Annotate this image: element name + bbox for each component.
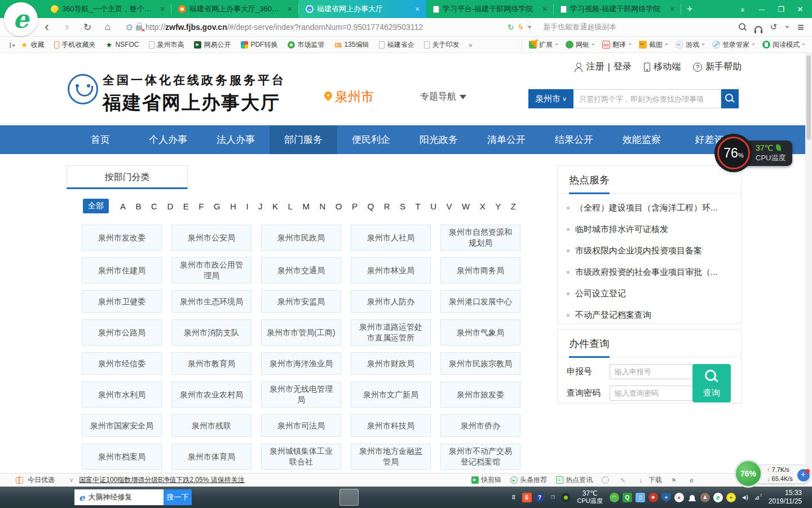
department-button[interactable]: 泉州市市政公用管理局 <box>171 257 251 283</box>
department-button[interactable]: 泉州港口发展中心 <box>440 290 520 313</box>
maximize-icon[interactable] <box>773 2 789 16</box>
browser-tab[interactable]: 福建省网上办事大厅 <box>299 0 426 18</box>
search-city-dropdown[interactable]: 泉州市 <box>528 89 573 108</box>
daily-picks-label[interactable]: 今日优选 <box>28 475 55 485</box>
taskbar-app[interactable] <box>50 489 69 506</box>
cpu-usage-gauge[interactable]: 76 % <box>717 137 750 169</box>
department-button[interactable]: 泉州市财政局 <box>351 352 431 375</box>
taskbar-app[interactable] <box>221 489 240 506</box>
tray-icon[interactable] <box>522 493 532 502</box>
department-button[interactable]: 泉州市水利局 <box>82 382 162 408</box>
letter-button[interactable]: F <box>198 202 204 211</box>
department-button[interactable]: 泉州市卫健委 <box>82 290 162 313</box>
tray-icon[interactable] <box>636 493 645 502</box>
tray-icon[interactable] <box>752 493 762 502</box>
department-button[interactable]: 泉州市教育局 <box>171 352 251 375</box>
letter-button[interactable]: H <box>230 202 236 211</box>
quick-search[interactable]: 新手也能首通超级副本 <box>536 22 739 32</box>
bookmarks-overflow-icon[interactable] <box>468 41 472 49</box>
new-tab-button[interactable] <box>681 0 698 18</box>
department-button[interactable]: 泉州市商务局 <box>440 257 520 283</box>
statusbar-tool[interactable]: 快剪辑 <box>471 475 501 485</box>
nav-item[interactable]: 便民利企 <box>337 125 405 154</box>
letter-button[interactable]: R <box>384 202 390 211</box>
tab-close-icon[interactable] <box>285 5 294 14</box>
tab-close-icon[interactable] <box>413 5 422 14</box>
letter-all-button[interactable]: 全部 <box>83 199 109 213</box>
letter-button[interactable]: Q <box>367 202 374 211</box>
tab-close-icon[interactable] <box>668 5 677 14</box>
letter-button[interactable]: Y <box>495 202 501 211</box>
department-button[interactable]: 泉州市发改委 <box>82 225 162 251</box>
bookmark[interactable]: 手机收藏夹 <box>54 40 95 50</box>
department-button[interactable]: 泉州市市管局(工商) <box>261 319 341 345</box>
hot-service-link[interactable]: 临时城市排水许可证核发 <box>567 218 733 240</box>
headset-icon[interactable] <box>754 26 762 31</box>
bookmark[interactable]: 网易公开 <box>194 40 231 50</box>
tray-icon[interactable] <box>661 493 671 502</box>
query-field-input[interactable] <box>610 386 699 401</box>
taskbar-app[interactable] <box>268 489 288 506</box>
plugin-button[interactable]: 截图 <box>639 40 668 50</box>
statusbar-tool[interactable]: 头条推荐 <box>510 475 547 485</box>
department-button[interactable]: 泉州市道路运管处市直属运管所 <box>351 319 431 345</box>
department-button[interactable]: 泉州市公路局 <box>82 319 162 345</box>
tray-icon[interactable] <box>700 493 710 502</box>
nav-item[interactable]: 阳光政务 <box>405 125 473 154</box>
department-button[interactable]: 泉州市残联 <box>171 414 251 437</box>
taskbar-search-field[interactable]: 大脑神经修复 <box>74 489 164 505</box>
letter-button[interactable]: O <box>336 202 342 211</box>
letter-button[interactable]: P <box>352 202 358 211</box>
address-bar[interactable]: http://zwfw.fjbs.gov.cn/#/dept-serve/ind… <box>122 20 530 34</box>
department-button[interactable]: 泉州市文广新局 <box>351 382 431 408</box>
browser-tab[interactable]: 学习视频-福建干部网络学院 <box>554 0 681 18</box>
department-button[interactable]: 泉州市司法局 <box>261 414 341 437</box>
nav-item[interactable]: 个人办事 <box>134 125 202 154</box>
department-button[interactable]: 泉州市农业农村局 <box>171 382 251 408</box>
accelerate-icon[interactable] <box>519 22 523 32</box>
letter-button[interactable]: E <box>183 202 189 211</box>
nav-item[interactable]: 效能监察 <box>608 125 676 154</box>
stock-ticker-link[interactable]: 国富中证100指数增强分级B净值下跌2.05% 请保持关注 <box>79 475 244 485</box>
statusbar-tool[interactable]: 下载 <box>639 475 662 485</box>
nav-item[interactable]: 结果公开 <box>540 125 608 154</box>
letter-button[interactable]: W <box>462 202 470 211</box>
department-button[interactable]: 泉州市公安局 <box>171 225 251 251</box>
taskbar-app[interactable] <box>245 489 264 506</box>
mobile-entry[interactable]: 移动端 <box>644 61 681 73</box>
menu-icon[interactable] <box>797 21 804 34</box>
department-button[interactable]: 泉州市侨办 <box>440 414 520 437</box>
site-logo[interactable]: 全国一体化在线政务服务平台 福建省网上办事大厅 <box>103 72 286 116</box>
bookmark[interactable]: 135编辑 <box>334 40 369 50</box>
department-button[interactable]: 泉州市民政局 <box>261 225 341 251</box>
topic-nav-dropdown[interactable]: 专题导航 <box>420 91 466 103</box>
browser-tab[interactable]: 福建省网上办事大厅_360搜索 <box>171 0 299 18</box>
letter-button[interactable]: J <box>258 202 263 211</box>
letter-button[interactable]: G <box>214 202 220 211</box>
taskbar-app[interactable] <box>2 489 21 506</box>
department-button[interactable]: 泉州市自然资源和规划局 <box>440 225 520 251</box>
letter-button[interactable]: S <box>400 202 405 211</box>
letter-button[interactable]: B <box>136 202 142 211</box>
department-button[interactable]: 泉州市无线电管理局 <box>261 382 341 408</box>
department-button[interactable]: 泉州市经信委 <box>82 352 162 375</box>
newbie-help[interactable]: 新手帮助 <box>693 61 742 73</box>
letter-button[interactable]: I <box>246 202 248 211</box>
login-link[interactable]: 登录 <box>614 61 632 73</box>
hot-service-link[interactable]: 公司设立登记 <box>567 283 733 304</box>
tray-icon[interactable] <box>623 493 632 502</box>
search-icon[interactable] <box>739 23 747 31</box>
search-input[interactable] <box>573 89 721 108</box>
statusbar-tool[interactable] <box>690 476 699 484</box>
undo-icon[interactable] <box>770 22 778 32</box>
department-button[interactable]: 泉州城镇集体工业联合社 <box>261 444 341 470</box>
bookmark[interactable]: 收藏 <box>21 40 44 50</box>
reader-mode-icon[interactable] <box>126 24 133 30</box>
statusbar-tool[interactable] <box>620 476 630 484</box>
reload-icon[interactable] <box>81 21 94 33</box>
tab-close-icon[interactable] <box>158 5 167 14</box>
taskbar-clock[interactable]: 15:33 2019/11/25 <box>769 489 802 506</box>
tray-icon[interactable] <box>610 493 619 502</box>
bookmark[interactable]: PDF转换 <box>241 40 277 50</box>
tray-icon[interactable] <box>687 493 697 502</box>
